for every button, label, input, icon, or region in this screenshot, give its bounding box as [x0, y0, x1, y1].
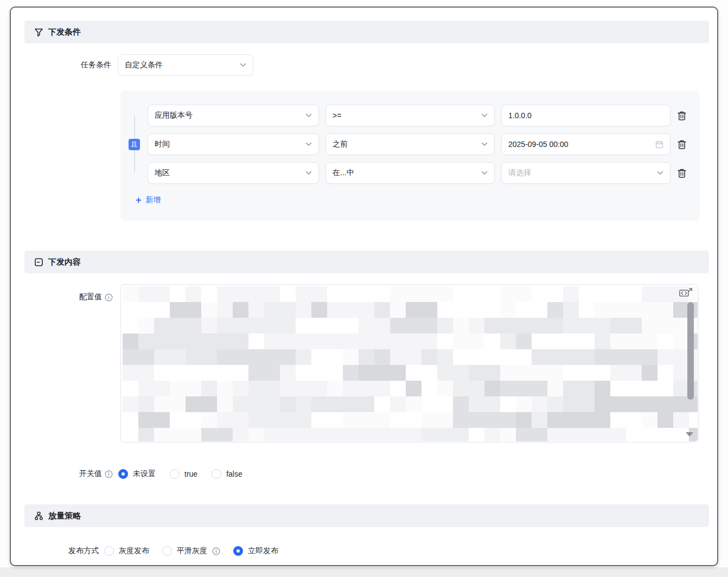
switch-value-radio-group: 未设置 true false: [118, 464, 242, 484]
calendar-icon: [655, 140, 663, 149]
radio-selected-icon: [118, 469, 128, 479]
chevron-down-icon: [305, 171, 312, 175]
publish-method-label: 发布方式: [24, 546, 99, 556]
delete-condition-button[interactable]: [676, 138, 688, 150]
condition-region-select[interactable]: 请选择: [501, 162, 670, 184]
expand-code-editor-button[interactable]: [679, 287, 694, 299]
redacted-config-content: [123, 286, 698, 441]
radio-icon: [162, 546, 172, 556]
plus-icon: +: [136, 195, 142, 205]
section-header-strategy: 放量策略: [24, 504, 709, 527]
radio-option-immediate-release[interactable]: 立即发布: [233, 546, 278, 556]
editor-scroll-down-arrow[interactable]: [686, 432, 693, 437]
condition-operator-select[interactable]: 在...中: [325, 162, 495, 184]
trash-icon: [677, 168, 687, 178]
editor-scrollbar-thumb[interactable]: [687, 302, 694, 400]
condition-field-select[interactable]: 地区: [148, 162, 319, 184]
radio-icon: [170, 469, 180, 479]
trash-icon: [677, 111, 687, 121]
section-title: 下发内容: [48, 257, 81, 267]
radio-option-smooth-gray[interactable]: 平滑灰度: [162, 546, 220, 556]
add-condition-button[interactable]: + 新增: [136, 195, 161, 205]
version-value-field[interactable]: [508, 111, 663, 120]
condition-field-select[interactable]: 应用版本号: [148, 105, 319, 126]
code-expand-icon: [679, 287, 694, 299]
condition-operator-select[interactable]: >=: [325, 105, 495, 126]
chevron-down-icon: [481, 142, 488, 146]
section-title: 下发条件: [48, 27, 81, 37]
radio-option-gray-release[interactable]: 灰度发布: [104, 546, 149, 556]
delete-condition-button[interactable]: [676, 110, 688, 121]
filter-icon: [34, 28, 43, 37]
task-condition-label: 任务条件: [24, 60, 111, 70]
sitemap-icon: [34, 511, 43, 521]
section-header-content: 下发内容: [24, 251, 709, 273]
page-background-band: [0, 567, 728, 577]
radio-option-true[interactable]: true: [170, 469, 197, 479]
radio-selected-icon: [233, 546, 243, 556]
add-condition-label: 新增: [146, 195, 161, 205]
radio-option-unset[interactable]: 未设置: [118, 469, 156, 479]
info-icon[interactable]: [105, 470, 113, 478]
condition-field-select[interactable]: 时间: [148, 133, 319, 155]
chevron-down-icon: [657, 171, 663, 175]
and-operator-badge[interactable]: 且: [129, 139, 140, 150]
trash-icon: [677, 139, 687, 150]
config-value-editor[interactable]: [120, 284, 699, 443]
chevron-down-icon: [240, 63, 246, 67]
publish-method-radio-group: 灰度发布 平滑灰度 立即发布: [104, 541, 278, 561]
task-condition-value: 自定义条件: [125, 60, 235, 70]
condition-datetime-input[interactable]: 2025-09-05 00:00: [501, 133, 670, 155]
section-title: 放量策略: [48, 511, 81, 521]
publish-config-card: 下发条件 任务条件 自定义条件 且 应用版本号 >=: [10, 7, 718, 566]
condition-operator-select[interactable]: 之前: [325, 133, 495, 155]
radio-icon: [212, 469, 221, 479]
condition-value-input[interactable]: [501, 105, 670, 126]
radio-icon: [104, 546, 114, 556]
page: 下发条件 任务条件 自定义条件 且 应用版本号 >=: [0, 0, 728, 577]
info-icon[interactable]: [105, 293, 113, 302]
document-icon: [34, 258, 43, 267]
chevron-down-icon: [481, 171, 488, 175]
chevron-down-icon: [481, 113, 488, 118]
chevron-down-icon: [305, 142, 312, 146]
task-condition-select[interactable]: 自定义条件: [118, 54, 253, 76]
chevron-down-icon: [305, 113, 312, 118]
info-icon[interactable]: [212, 547, 220, 555]
config-value-label: 配置值: [24, 292, 113, 303]
radio-option-false[interactable]: false: [212, 469, 242, 479]
section-header-conditions: 下发条件: [24, 21, 709, 43]
delete-condition-button[interactable]: [676, 167, 688, 179]
switch-value-label: 开关值: [24, 469, 113, 479]
